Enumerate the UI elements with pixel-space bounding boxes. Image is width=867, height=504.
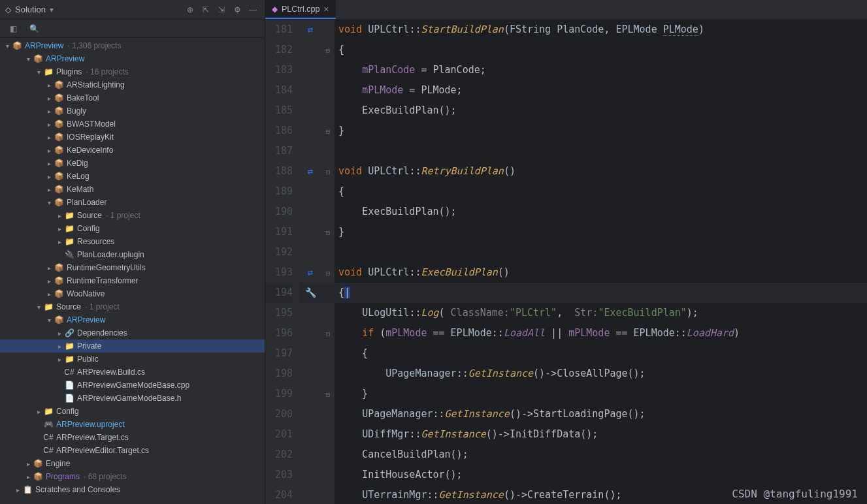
chevron-icon[interactable]: ▸: [34, 408, 43, 415]
chevron-icon[interactable]: ▾: [24, 55, 33, 63]
close-icon[interactable]: ×: [323, 4, 329, 14]
code-line[interactable]: ExecBuildPlan();: [335, 101, 867, 121]
tree-item[interactable]: C#ARPreviewEditor.Target.cs: [0, 444, 265, 457]
tree-item[interactable]: 🔌PlanLoader.uplugin: [0, 248, 265, 261]
search-icon[interactable]: 🔍: [27, 22, 41, 35]
code-line[interactable]: UPageManager::GetInstance()->CloseAllPag…: [335, 364, 867, 384]
fold-gutter[interactable]: ⊟⊟⊟⊟⊟⊟⊟: [321, 20, 335, 504]
code-line[interactable]: ExecBuildPlan();: [335, 202, 867, 222]
tree-item[interactable]: 📄ARPreviewGameModeBase.cpp: [0, 379, 265, 392]
code-line[interactable]: [335, 242, 867, 262]
code-line[interactable]: }: [335, 384, 867, 404]
tree-item[interactable]: ▸📦Bugly: [0, 104, 265, 118]
collapse-icon[interactable]: ⇲: [215, 3, 228, 16]
tree-item[interactable]: ▸📦Engine: [0, 457, 265, 470]
chevron-icon[interactable]: ▸: [55, 330, 64, 337]
code-editor[interactable]: 1811821831841851861871881891901911921931…: [265, 20, 867, 504]
chevron-icon[interactable]: ▸: [44, 264, 54, 272]
tree-item[interactable]: ▾📦ARPreview: [0, 313, 265, 326]
code-line[interactable]: void UPLCtrl::RetryBuildPlan(): [335, 161, 867, 181]
chevron-icon[interactable]: ▾: [44, 317, 54, 324]
tree-item[interactable]: ▾📁Source· 1 project: [0, 300, 265, 313]
code-line[interactable]: ULogUtil::Log( ClassName:"PLCtrl", Str:"…: [335, 303, 867, 323]
code-line[interactable]: {: [335, 40, 867, 60]
tree-item[interactable]: ▸📋Scratches and Consoles: [0, 483, 265, 496]
code-line[interactable]: mPlanCode = PlanCode;: [335, 60, 867, 80]
code-line[interactable]: void UPLCtrl::ExecBuildPlan(): [335, 262, 867, 283]
chevron-icon[interactable]: ▸: [44, 277, 54, 285]
locate-icon[interactable]: ⊕: [184, 3, 197, 16]
tree-item[interactable]: ▸📦KeDeviceInfo: [0, 144, 265, 157]
chevron-icon[interactable]: ▸: [44, 173, 54, 180]
code-line[interactable]: }: [335, 222, 867, 242]
chevron-icon[interactable]: ▾: [34, 304, 43, 311]
tree-item[interactable]: ▸📁Source· 1 project: [0, 209, 265, 222]
chevron-icon[interactable]: ▸: [55, 238, 64, 245]
code-line[interactable]: void UPLCtrl::StartBuildPlan(FString Pla…: [335, 20, 867, 40]
chevron-icon[interactable]: ▸: [44, 134, 54, 141]
chevron-icon[interactable]: ▾: [44, 199, 54, 206]
code-line[interactable]: {: [335, 343, 867, 364]
tree-item[interactable]: ▸📦KeMath: [0, 183, 265, 196]
chevron-icon[interactable]: ▸: [55, 225, 64, 232]
tree-item[interactable]: ▸📦KeLog: [0, 170, 265, 183]
chevron-icon[interactable]: ▸: [44, 121, 54, 128]
tree-item[interactable]: ▾📁Plugins· 16 projects: [0, 65, 265, 78]
tree-item[interactable]: ▸📦Programs· 68 projects: [0, 470, 265, 483]
tree-item[interactable]: ▸📁Public: [0, 353, 265, 366]
code-line[interactable]: {: [335, 181, 867, 202]
code-line[interactable]: mPLMode = PLMode;: [335, 80, 867, 101]
tree-item[interactable]: ▾📦PlanLoader: [0, 196, 265, 209]
tree-item[interactable]: ▸📁Private: [0, 339, 265, 353]
tree-item[interactable]: ▸📦ARStaticLighting: [0, 78, 265, 91]
code-line[interactable]: }: [335, 121, 867, 141]
tree-item[interactable]: ▸📦RuntimeGeometryUtils: [0, 261, 265, 274]
chevron-icon[interactable]: ▸: [44, 147, 54, 154]
tree-item[interactable]: ▸📁Config: [0, 405, 265, 418]
tree-item[interactable]: 📄ARPreviewGameModeBase.h: [0, 392, 265, 405]
tree-item[interactable]: C#ARPreview.Build.cs: [0, 366, 265, 379]
tree-item[interactable]: ▸🔗Dependencies: [0, 326, 265, 339]
chevron-icon[interactable]: ▸: [44, 95, 54, 102]
chevron-icon[interactable]: ▸: [44, 291, 54, 298]
minimize-icon[interactable]: —: [246, 3, 259, 16]
chevron-down-icon[interactable]: ▾: [3, 42, 12, 50]
tree-item[interactable]: ▸📁Config: [0, 222, 265, 235]
dropdown-icon[interactable]: ▾: [50, 5, 54, 14]
chevron-icon[interactable]: ▸: [55, 343, 64, 350]
chevron-icon[interactable]: ▸: [55, 212, 64, 219]
chevron-icon[interactable]: ▸: [24, 473, 33, 480]
chevron-icon[interactable]: ▸: [13, 486, 22, 494]
tree-item[interactable]: ▾📦ARPreview: [0, 52, 265, 65]
filter-icon[interactable]: ◧: [7, 22, 20, 35]
tree-item[interactable]: ▸📦BakeTool: [0, 91, 265, 104]
code-line[interactable]: UDiffMgr::GetInstance()->InitDiffData();: [335, 424, 867, 445]
tree-item[interactable]: ▸📦BWASTModel: [0, 118, 265, 131]
tree-item[interactable]: C#ARPreview.Target.cs: [0, 431, 265, 444]
tree-item[interactable]: 🎮ARPreview.uproject: [0, 418, 265, 431]
code-area[interactable]: void UPLCtrl::StartBuildPlan(FString Pla…: [335, 20, 867, 504]
tree-item[interactable]: ▸📦KeDig: [0, 157, 265, 170]
expand-icon[interactable]: ⇱: [199, 3, 212, 16]
tree-item[interactable]: ▸📁Resources: [0, 235, 265, 248]
tab-plctrl[interactable]: ◆ PLCtrl.cpp ×: [265, 0, 336, 19]
chevron-icon[interactable]: ▸: [24, 460, 33, 467]
chevron-icon[interactable]: ▸: [55, 356, 64, 363]
solution-tree[interactable]: ▾ 📦 ARPreview · 1,306 projects ▾📦ARPrevi…: [0, 38, 265, 504]
code-line[interactable]: UPageManager::GetInstance()->StartLoadin…: [335, 404, 867, 424]
chevron-icon[interactable]: ▸: [44, 82, 54, 89]
tree-item[interactable]: ▸📦WooNative: [0, 287, 265, 300]
tree-root[interactable]: ▾ 📦 ARPreview · 1,306 projects: [0, 39, 265, 52]
code-line[interactable]: if (mPLMode == EPLMode::LoadAll || mPLMo…: [335, 323, 867, 343]
tree-item[interactable]: ▸📦IOSReplayKit: [0, 131, 265, 144]
code-line[interactable]: [335, 141, 867, 161]
chevron-icon[interactable]: ▸: [44, 108, 54, 115]
code-line[interactable]: CancelBuildPlan();: [335, 445, 867, 465]
chevron-icon[interactable]: ▾: [34, 69, 43, 76]
code-line[interactable]: InitHouseActor();: [335, 465, 867, 485]
chevron-icon[interactable]: ▸: [44, 186, 54, 193]
code-line[interactable]: {|: [335, 283, 867, 303]
chevron-icon[interactable]: ▸: [44, 160, 54, 167]
gear-icon[interactable]: ⚙: [231, 3, 244, 16]
tree-item[interactable]: ▸📦RuntimeTransformer: [0, 274, 265, 287]
